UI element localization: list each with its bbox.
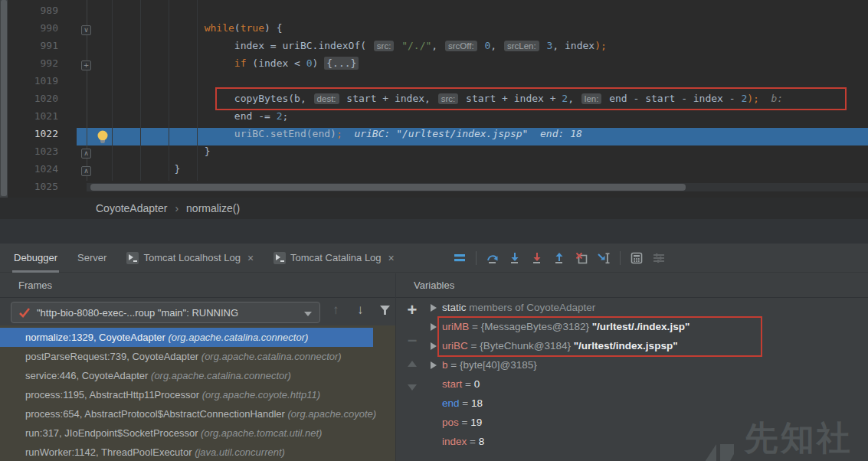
variable-row[interactable]: b = {byte[40]@3185} — [427, 355, 868, 374]
code-line[interactable]: copyBytes(b, dest: start + index, src: s… — [90, 93, 783, 110]
debug-toolbar — [454, 244, 665, 273]
code-token: start + index + — [460, 93, 562, 104]
site-watermark: 先知社区 — [692, 416, 868, 461]
variable-value: "/urltest/index.jspsp" — [574, 340, 678, 351]
stack-frame-row[interactable]: runWorker:1142, ThreadPoolExecutor (java… — [0, 443, 395, 461]
variable-row[interactable]: static members of CoyoteAdapter — [427, 298, 868, 317]
variable-value: 18 — [471, 397, 483, 409]
move-watch-up-icon[interactable] — [400, 356, 424, 370]
intention-lightbulb-icon[interactable] — [97, 130, 109, 144]
variable-row[interactable]: start = 0 — [427, 374, 868, 394]
layout-settings-icon[interactable] — [653, 252, 665, 264]
tab-tomcat-catalina-log[interactable]: Tomcat Catalina Log× — [274, 244, 395, 273]
variable-name: end — [442, 397, 460, 409]
editor-left-scrollbar[interactable] — [0, 0, 8, 198]
folded-code-chip: {...} — [324, 57, 359, 70]
fold-open-icon[interactable]: ∨ — [81, 25, 91, 35]
fold-plus-icon[interactable]: + — [81, 60, 91, 70]
code-token: ) { — [264, 22, 282, 34]
code-token: } — [175, 163, 181, 175]
breadcrumb-separator: › — [175, 202, 179, 214]
move-watch-down-icon[interactable] — [400, 380, 424, 394]
list-view-icon[interactable] — [454, 252, 466, 264]
remove-watch-icon[interactable]: – — [400, 330, 424, 350]
stack-frame-row[interactable]: normalize:1329, CoyoteAdapter (org.apach… — [0, 328, 373, 347]
variable-row[interactable]: uriMB = {MessageBytes@3182} "/urltest/./… — [427, 317, 868, 336]
tab-server[interactable]: Server — [77, 244, 106, 273]
variable-text: b = {byte[40]@3185} — [442, 359, 537, 371]
thread-toolbar: "http-bio-8080-exec-...roup "main": RUNN… — [0, 298, 395, 325]
variable-row[interactable]: uriBC = {ByteChunk@3184} "/urltest/index… — [427, 336, 868, 355]
frame-location: run:317, JIoEndpoint$SocketProcessor — [25, 427, 201, 439]
frame-location: service:446, CoyoteAdapter — [25, 370, 151, 381]
variable-ref: {MessageBytes@3182} — [481, 321, 592, 332]
param-hint-chip: dest: — [314, 93, 339, 104]
fold-close-icon[interactable]: ∧ — [81, 149, 91, 159]
code-token — [541, 40, 547, 51]
tab-label: Tomcat Localhost Log — [143, 252, 240, 263]
fold-close-icon[interactable]: ∧ — [81, 166, 91, 176]
thread-selector-dropdown[interactable]: "http-bio-8080-exec-...roup "main": RUNN… — [11, 302, 320, 323]
drop-frame-icon[interactable] — [575, 252, 588, 264]
close-icon[interactable]: × — [388, 253, 395, 263]
code-line[interactable]: } — [90, 163, 180, 181]
line-number: 1020 — [0, 93, 58, 110]
debug-tab-bar: DebuggerServerTomcat Localhost Log×Tomca… — [0, 244, 868, 273]
breadcrumb: CoyoteAdapter›normalize() — [0, 198, 868, 219]
stack-frame-row[interactable]: process:1195, AbstractHttp11Processor (o… — [0, 385, 395, 404]
variable-row[interactable]: end = 18 — [427, 394, 868, 413]
console-icon — [126, 252, 139, 264]
frame-package: (org.apache.catalina.connector) — [151, 370, 291, 381]
frame-package: (org.apache.catalina.connector) — [201, 351, 342, 362]
code-line[interactable]: } — [90, 145, 211, 163]
expand-arrow-icon[interactable] — [431, 361, 437, 369]
stack-frame-row[interactable]: run:317, JIoEndpoint$SocketProcessor (or… — [0, 423, 395, 443]
editor-horizontal-scrollbar[interactable] — [87, 183, 868, 191]
scrollbar-thumb[interactable] — [90, 184, 686, 191]
variable-name: index — [442, 436, 467, 447]
code-line[interactable]: if (index < 0) {...} — [90, 57, 359, 75]
code-token: end -= — [234, 110, 277, 122]
line-number: 1025 — [0, 181, 58, 198]
close-icon[interactable]: × — [247, 253, 254, 263]
expand-arrow-icon[interactable] — [431, 304, 437, 312]
expand-arrow-icon[interactable] — [431, 342, 437, 350]
panel-headers: Frames Variables — [0, 273, 868, 298]
code-line[interactable]: uriBC.setEnd(end); uriBC: "/urltest/inde… — [90, 128, 582, 145]
code-line[interactable]: while(true) { — [90, 22, 282, 40]
run-to-cursor-icon[interactable] — [598, 252, 610, 264]
step-over-icon[interactable] — [486, 252, 499, 264]
next-frame-icon[interactable]: ↓ — [357, 302, 364, 318]
param-hint-chip: src: — [438, 93, 459, 104]
tab-tomcat-localhost-log[interactable]: Tomcat Localhost Log× — [126, 244, 254, 273]
frame-package: (org.apache.catalina.connector) — [168, 332, 308, 343]
code-token: (index < — [247, 57, 306, 69]
stack-frame-row[interactable]: postParseRequest:739, CoyoteAdapter (org… — [0, 347, 395, 366]
breadcrumb-class[interactable]: CoyoteAdapter — [96, 202, 167, 214]
breadcrumb-method[interactable]: normalize() — [186, 202, 240, 214]
frame-package: (java.util.concurrent) — [195, 446, 285, 458]
chevron-down-icon — [304, 312, 312, 316]
evaluate-expression-icon[interactable] — [631, 252, 643, 264]
tab-debugger[interactable]: Debugger — [14, 244, 57, 273]
variables-panel-title: Variables — [414, 280, 454, 291]
indent-guide — [112, 0, 113, 181]
code-token: 2 — [562, 93, 568, 104]
step-out-icon[interactable] — [553, 252, 565, 264]
expand-arrow-icon[interactable] — [431, 323, 437, 331]
code-line[interactable]: end -= 2; — [90, 110, 288, 128]
stack-frame-row[interactable]: service:446, CoyoteAdapter (org.apache.c… — [0, 366, 395, 385]
stack-frame-row[interactable]: process:654, AbstractProtocol$AbstractCo… — [0, 404, 395, 423]
variable-text: uriBC = {ByteChunk@3184} "/urltest/index… — [442, 340, 678, 351]
line-number: 992 — [0, 57, 58, 75]
variable-value: 19 — [470, 417, 482, 428]
force-step-into-icon[interactable] — [531, 252, 543, 264]
add-watch-icon[interactable]: + — [400, 300, 424, 320]
code-token: ) — [313, 57, 325, 69]
step-into-icon[interactable] — [509, 252, 521, 264]
code-editor[interactable]: 989990∨ while(true) {991 index = uriBC.i… — [0, 0, 868, 198]
previous-frame-icon[interactable]: ↑ — [332, 302, 339, 318]
filter-frames-icon[interactable] — [380, 306, 391, 316]
toolbar-separator — [476, 251, 477, 265]
code-token: true — [241, 22, 264, 34]
